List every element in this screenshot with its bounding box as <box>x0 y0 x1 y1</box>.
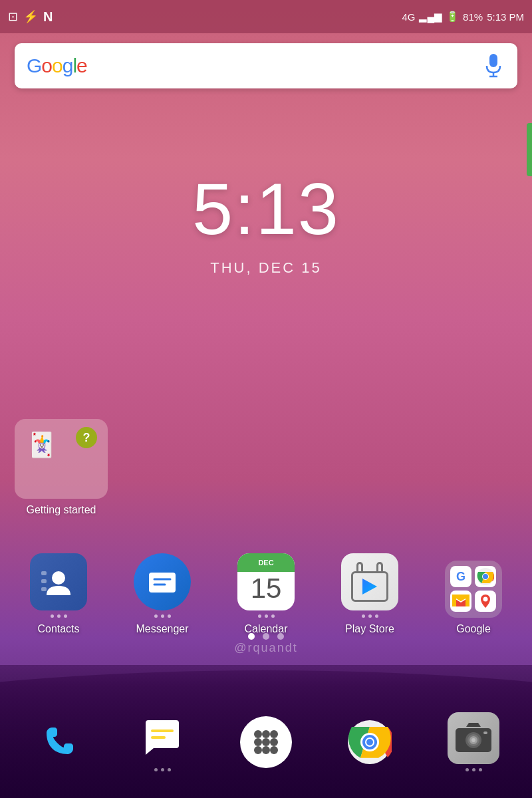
svg-point-18 <box>254 730 262 738</box>
svg-rect-4 <box>41 571 47 575</box>
dock-item-phone[interactable] <box>33 716 84 768</box>
svg-rect-16 <box>151 730 174 732</box>
svg-point-19 <box>262 730 270 738</box>
status-left-icons: ⊡ ⚡ N <box>8 9 53 25</box>
home-clock-date: THU, DEC 15 <box>0 259 532 277</box>
flash-icon: ⚡ <box>23 9 38 24</box>
widget-box: 🃏 ? <box>15 419 108 499</box>
svg-point-26 <box>270 746 278 754</box>
svg-rect-6 <box>41 587 47 591</box>
home-clock-time: 5:13 <box>0 166 532 251</box>
dock-item-messages[interactable] <box>136 712 188 771</box>
image-icon: ⊡ <box>8 9 18 24</box>
bottom-dock <box>0 712 532 771</box>
maps-folder-icon <box>475 591 496 612</box>
dock-item-chrome[interactable] <box>344 716 396 768</box>
cal-header: DEC <box>237 553 295 572</box>
question-icon: ? <box>76 427 97 448</box>
playstore-dots <box>362 614 378 618</box>
app-item-google[interactable]: G <box>430 561 517 635</box>
calendar-icon: DEC 15 <box>237 553 295 610</box>
getting-started-label: Getting started <box>15 504 108 516</box>
messages-icon <box>136 712 188 764</box>
calendar-dots <box>258 614 275 618</box>
svg-point-23 <box>270 738 278 746</box>
svg-point-14 <box>483 574 488 579</box>
network-type: 4G <box>402 11 415 23</box>
messages-dots <box>154 768 171 771</box>
battery-icon: 🔋 <box>446 11 459 23</box>
status-right-info: 4G ▂▄▆ 🔋 81% 5:13 PM <box>402 11 524 23</box>
svg-point-25 <box>262 746 270 754</box>
messenger-icon <box>134 553 191 610</box>
signal-bars: ▂▄▆ <box>419 11 442 23</box>
play-store-bag <box>351 562 388 602</box>
status-bar: ⊡ ⚡ N 4G ▂▄▆ 🔋 81% 5:13 PM <box>0 0 532 33</box>
svg-rect-7 <box>149 573 176 593</box>
svg-point-15 <box>483 597 488 602</box>
svg-point-36 <box>471 738 475 742</box>
app-item-playstore[interactable]: Play Store <box>327 553 413 635</box>
app-item-messenger[interactable]: Messenger <box>119 553 205 635</box>
page-dot-2[interactable] <box>263 633 269 640</box>
gmail-folder-icon <box>450 591 471 612</box>
dock-item-camera[interactable] <box>448 712 499 771</box>
n-icon: N <box>43 9 53 25</box>
svg-point-22 <box>262 738 270 746</box>
apps-drawer-icon <box>240 716 292 768</box>
messenger-dots <box>154 614 171 618</box>
camera-dots <box>466 768 482 771</box>
cal-number: 15 <box>251 572 282 602</box>
svg-point-3 <box>52 571 65 585</box>
svg-point-21 <box>254 738 262 746</box>
phone-icon <box>33 716 84 768</box>
svg-point-24 <box>254 746 262 754</box>
svg-rect-5 <box>41 579 47 583</box>
chrome-icon <box>344 716 396 768</box>
svg-rect-17 <box>151 736 166 739</box>
main-app-row: Contacts Messenger DEC 15 Calendar <box>0 553 532 635</box>
clock-status: 5:13 PM <box>487 11 524 23</box>
cards-icon: 🃏 <box>27 431 57 459</box>
google-search-bar[interactable]: Google <box>15 43 517 88</box>
google-logo: Google <box>27 55 87 77</box>
svg-point-31 <box>366 739 373 745</box>
playstore-icon <box>341 553 398 610</box>
svg-rect-0 <box>489 54 497 67</box>
google-folder-icon: G <box>445 561 502 618</box>
chrome-folder-icon <box>475 566 496 587</box>
app-item-contacts[interactable]: Contacts <box>15 553 102 635</box>
contacts-dots <box>51 614 67 618</box>
battery-percent: 81% <box>463 11 483 23</box>
camera-icon <box>448 712 499 764</box>
getting-started-widget[interactable]: 🃏 ? Getting started <box>15 419 108 516</box>
page-dot-1[interactable] <box>248 633 255 640</box>
page-dots <box>0 633 532 640</box>
dock-item-apps[interactable] <box>240 716 292 768</box>
google-g-icon: G <box>450 566 471 587</box>
app-item-calendar[interactable]: DEC 15 Calendar <box>223 553 309 635</box>
mic-icon[interactable] <box>481 54 505 78</box>
svg-marker-10 <box>362 579 377 595</box>
page-dot-3[interactable] <box>277 633 284 640</box>
contacts-icon <box>30 553 87 610</box>
svg-rect-37 <box>483 732 487 734</box>
svg-point-20 <box>270 730 278 738</box>
watermark: @rquandt <box>0 641 532 655</box>
